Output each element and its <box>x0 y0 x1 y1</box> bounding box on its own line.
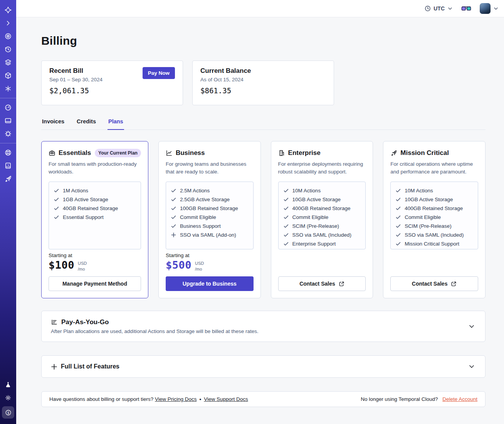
plan-card-essentials: Essentials Your Current Plan For small t… <box>41 141 148 298</box>
plan-card-enterprise: Enterprise For enterprise deployments re… <box>271 141 373 298</box>
view-support-docs-link[interactable]: View Support Docs <box>204 396 248 402</box>
user-menu[interactable] <box>480 3 499 14</box>
plus-icon <box>51 363 57 370</box>
contact-sales-button[interactable]: Contact Sales <box>390 276 478 291</box>
current-plan-badge: Your Current Plan <box>95 149 141 157</box>
plan-header: Mission Critical <box>390 148 478 158</box>
billing-active-button[interactable]: $ <box>2 406 14 419</box>
sidebar-divider <box>0 98 16 98</box>
check-icon <box>54 214 59 220</box>
manage-payment-button[interactable]: Manage Payment Method <box>49 276 141 291</box>
chevron-down-icon <box>447 6 453 11</box>
feature-label: Mission Critical Support <box>405 241 459 247</box>
feature-item: 1GB Active Storage <box>54 197 136 202</box>
check-icon <box>171 214 176 220</box>
external-link-icon <box>451 281 457 287</box>
contact-sales-label: Contact Sales <box>412 281 448 287</box>
feature-item: SSO via SAML (Included) <box>395 232 473 238</box>
plan-title: Business <box>176 149 205 157</box>
starting-at-label: Starting at <box>166 252 254 258</box>
target-icon[interactable] <box>0 30 16 43</box>
price-unit: USD/mo <box>78 259 87 272</box>
feature-item: Mission Critical Support <box>395 241 473 247</box>
full-features-accordion[interactable]: Full List of Features <box>41 355 486 378</box>
tab-plans[interactable]: Plans <box>108 118 124 130</box>
feature-label: Commit Eligible <box>180 214 216 220</box>
feature-label: 40GB Retained Storage <box>63 205 118 211</box>
rocket-icon[interactable] <box>0 172 16 185</box>
timezone-selector[interactable]: UTC <box>425 5 453 12</box>
avatar[interactable] <box>480 3 491 14</box>
price-row: $500 USD/mo <box>166 259 254 272</box>
invoice-card-icon[interactable] <box>0 114 16 127</box>
chevron-right-icon[interactable] <box>0 17 16 30</box>
feature-item: SSO via SAML (Add-on) <box>171 232 249 238</box>
main-content: Billing Recent Bill Sep 01 – Sep 30, 202… <box>16 17 504 407</box>
feature-label: Essential Support <box>63 214 104 220</box>
plan-features-box: 10M Actions 10GB Active Storage 400GB Re… <box>390 182 478 249</box>
footer-bar: Have questions about billing or support … <box>41 391 486 407</box>
plus-icon <box>171 232 176 238</box>
delete-account-link[interactable]: Delete Account <box>442 396 477 402</box>
rocket-icon <box>390 150 397 156</box>
feature-label: 1GB Active Storage <box>63 197 108 202</box>
current-balance-card: Current Balance As of Oct 15, 2024 $861.… <box>192 61 334 105</box>
pay-now-button[interactable]: Pay Now <box>143 67 175 79</box>
feature-item: 100GB Retained Storage <box>171 205 249 211</box>
view-pricing-docs-link[interactable]: View Pricing Docs <box>155 396 197 402</box>
plan-price: $100 <box>49 259 74 271</box>
full-features-title: Full List of Features <box>61 363 119 370</box>
plan-card-business: Business For growing teams and businesse… <box>158 141 261 298</box>
temporal-logo-icon[interactable] <box>0 3 16 17</box>
footer-question: Have questions about billing or support … <box>49 396 153 402</box>
chevron-down-icon[interactable] <box>468 323 475 330</box>
payg-accordion[interactable]: Pay-As-You-Go After Plan allocations are… <box>41 311 486 342</box>
toolbox-icon <box>49 150 55 156</box>
tab-invoices[interactable]: Invoices <box>41 118 65 130</box>
flask-icon[interactable] <box>0 378 16 391</box>
feature-item: 2.5GB Active Storage <box>171 197 249 202</box>
chevron-down-icon[interactable] <box>468 363 475 370</box>
sun-icon[interactable] <box>0 391 16 404</box>
plan-description: For small teams with production-ready wo… <box>49 160 141 175</box>
layers-icon[interactable] <box>0 56 16 69</box>
upgrade-business-button[interactable]: Upgrade to Business <box>166 276 254 291</box>
feature-label: 400GB Retained Storage <box>405 205 463 211</box>
plan-title: Mission Critical <box>400 149 449 157</box>
feature-label: 400GB Retained Storage <box>292 205 351 211</box>
asterisk-icon[interactable] <box>0 82 16 95</box>
payg-description: After Plan allocations are used, additio… <box>51 328 476 334</box>
recent-bill-card: Recent Bill Sep 01 – Sep 30, 2024 $2,061… <box>41 61 183 105</box>
feature-label: SCIM (Pre-Release) <box>405 223 452 229</box>
sidebar-divider <box>0 143 16 143</box>
dollar-coin-icon: $ <box>5 409 12 416</box>
recent-bill-amount: $2,061.35 <box>49 86 175 95</box>
clock-history-icon[interactable] <box>0 43 16 56</box>
full-features-header: Full List of Features <box>51 363 476 370</box>
feedback-glasses-button[interactable] <box>461 6 471 12</box>
book-icon[interactable] <box>0 159 16 172</box>
gear-icon[interactable] <box>0 127 16 140</box>
gauge-icon[interactable] <box>0 101 16 114</box>
feature-label: 10M Actions <box>405 188 433 193</box>
plan-description: For growing teams and businesses that ar… <box>166 160 254 175</box>
feature-label: 10GB Active Storage <box>292 197 341 202</box>
feature-item: 400GB Retained Storage <box>395 205 473 211</box>
payg-title: Pay-As-You-Go <box>61 318 109 326</box>
plan-features-box: 1M Actions 1GB Active Storage 40GB Retai… <box>49 182 141 249</box>
line-chart-icon <box>166 150 173 156</box>
summary-row: Recent Bill Sep 01 – Sep 30, 2024 $2,061… <box>41 61 486 105</box>
plan-header: Essentials Your Current Plan <box>49 148 141 158</box>
tab-credits[interactable]: Credits <box>76 118 97 130</box>
contact-sales-button[interactable]: Contact Sales <box>278 276 366 291</box>
lifebuoy-icon[interactable] <box>0 146 16 159</box>
contact-sales-label: Contact Sales <box>299 281 335 287</box>
billing-tabs: Invoices Credits Plans <box>41 118 486 130</box>
feature-label: 10GB Active Storage <box>405 197 453 202</box>
price-row: $100 USD/mo <box>49 259 141 272</box>
feature-item: Commit Eligible <box>395 214 473 220</box>
plan-footer: Contact Sales <box>390 272 478 291</box>
cube-icon[interactable] <box>0 69 16 82</box>
feature-label: SCIM (Pre-Release) <box>292 223 339 229</box>
check-icon <box>395 197 401 202</box>
